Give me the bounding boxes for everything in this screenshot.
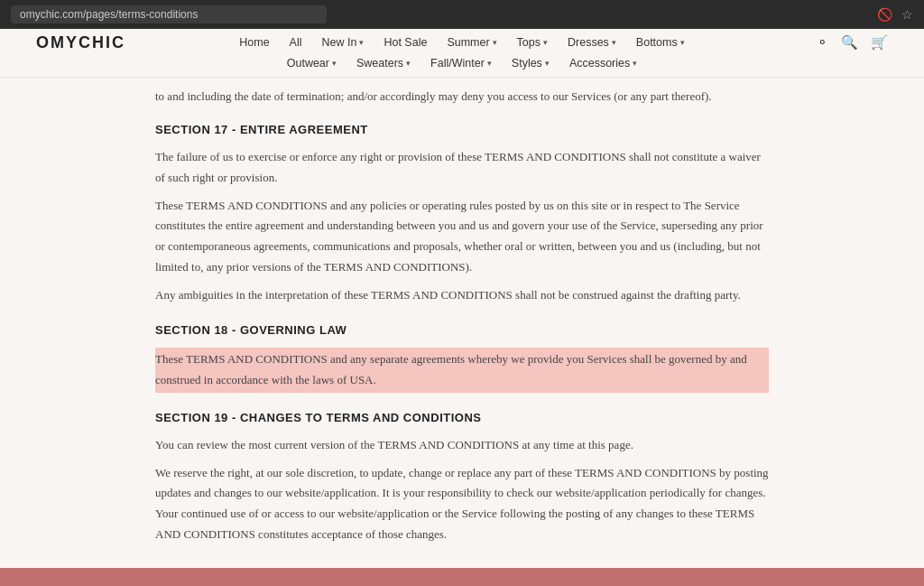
- cart-button[interactable]: 🛒: [871, 34, 888, 51]
- chevron-down-icon: ▾: [332, 59, 337, 68]
- url-bar[interactable]: omychic.com/pages/terms-conditions: [11, 5, 327, 23]
- nav-outwear[interactable]: Outwear ▾: [287, 57, 337, 70]
- nav-row-2: Outwear ▾ Sweaters ▾ Fall/Winter ▾ Style…: [36, 52, 888, 77]
- nav-summer[interactable]: Summer ▾: [447, 36, 496, 49]
- main-content: to and including the date of termination…: [137, 78, 787, 586]
- browser-icons: 🚫 ☆: [877, 7, 913, 23]
- nav-row-1: OMYCHIC Home All New In ▾ Hot Sale Summe…: [36, 29, 888, 52]
- nav-bottoms[interactable]: Bottoms ▾: [636, 36, 685, 49]
- browser-bar: omychic.com/pages/terms-conditions 🚫 ☆: [0, 0, 924, 29]
- eye-icon: 🚫: [877, 7, 892, 23]
- section19-para1: You can review the most current version …: [155, 435, 769, 456]
- chevron-down-icon: ▾: [633, 59, 637, 68]
- chevron-down-icon: ▾: [680, 38, 685, 47]
- chevron-down-icon: ▾: [493, 38, 497, 47]
- nav-all[interactable]: All: [290, 36, 302, 49]
- nav-fall-winter[interactable]: Fall/Winter ▾: [430, 57, 492, 70]
- nav-tops[interactable]: Tops ▾: [517, 36, 548, 49]
- section17-para3: Any ambiguities in the interpretation of…: [155, 285, 769, 306]
- section17-para1: The failure of us to exercise or enforce…: [155, 147, 769, 189]
- section-19: SECTION 19 - CHANGES TO TERMS AND CONDIT…: [155, 411, 769, 545]
- nav-new-in[interactable]: New In ▾: [322, 36, 365, 49]
- star-icon[interactable]: ☆: [901, 7, 913, 23]
- section-18: SECTION 18 - GOVERNING LAW These TERMS A…: [155, 323, 769, 393]
- chevron-down-icon: ▾: [487, 59, 492, 68]
- site-logo[interactable]: OMYCHIC: [36, 33, 125, 52]
- nav-dresses[interactable]: Dresses ▾: [568, 36, 616, 49]
- nav-accessories[interactable]: Accessories ▾: [569, 57, 637, 70]
- nav-hot-sale[interactable]: Hot Sale: [383, 36, 427, 49]
- nav-sweaters[interactable]: Sweaters ▾: [356, 57, 411, 70]
- nav-styles[interactable]: Styles ▾: [512, 57, 550, 70]
- header-actions: ⚬ 🔍 🛒: [817, 34, 888, 51]
- section-17-intro: to and including the date of termination…: [155, 87, 769, 305]
- section19-para2: We reserve the right, at our sole discre…: [155, 463, 769, 545]
- search-button[interactable]: 🔍: [841, 34, 858, 51]
- section19-title: SECTION 19 - CHANGES TO TERMS AND CONDIT…: [155, 411, 769, 424]
- chevron-down-icon: ▾: [543, 38, 548, 47]
- section18-highlighted: These TERMS AND CONDITIONS and any separ…: [155, 348, 769, 393]
- chevron-down-icon: ▾: [406, 59, 411, 68]
- account-button[interactable]: ⚬: [817, 34, 828, 51]
- chevron-down-icon: ▾: [359, 38, 364, 47]
- chevron-down-icon: ▾: [612, 38, 616, 47]
- nav-home[interactable]: Home: [239, 36, 269, 49]
- section17-para2: These TERMS AND CONDITIONS and any polic…: [155, 196, 769, 278]
- section17-title: SECTION 17 - ENTIRE AGREEMENT: [155, 123, 769, 136]
- chevron-down-icon: ▾: [545, 59, 550, 68]
- footer-bar: [0, 568, 924, 586]
- site-header: OMYCHIC Home All New In ▾ Hot Sale Summe…: [0, 29, 924, 78]
- section18-title: SECTION 18 - GOVERNING LAW: [155, 323, 769, 337]
- section17-intro-text: to and including the date of termination…: [155, 87, 769, 107]
